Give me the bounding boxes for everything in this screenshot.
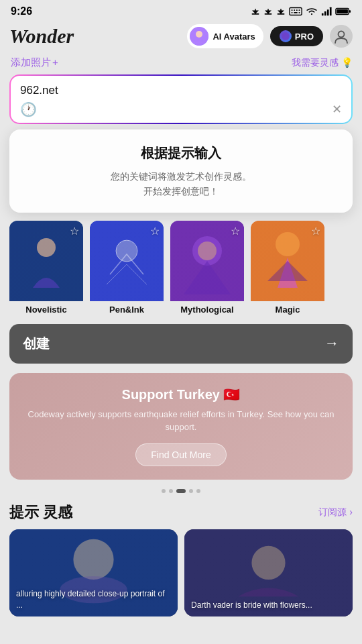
style-card-mythological[interactable]: ☆ Mythological [170,221,244,315]
favorite-icon-magic[interactable]: ☆ [311,225,320,237]
ai-avatars-button[interactable]: AI Avatars [187,24,263,48]
svg-point-29 [73,539,113,580]
favorite-icon-novelistic[interactable]: ☆ [70,225,79,237]
avatar-image [190,27,208,46]
svg-point-25 [198,241,217,260]
support-title: Support Turkey 🇹🇷 [23,386,339,402]
svg-rect-13 [349,10,351,13]
style-card-magic[interactable]: ☆ Magic [251,221,324,315]
svg-rect-3 [296,9,298,11]
inspiration-header: 提示 灵感 订阅源 › [0,496,362,529]
add-photo-button[interactable]: 添加照片+ [9,56,58,69]
create-button-row: 创建 → [0,319,362,369]
download-icon-2 [263,7,273,16]
pro-icon [280,30,292,42]
style-card-label-penink: Pen&Ink [90,301,164,315]
ai-avatars-label: AI Avatars [213,32,255,42]
style-card-novelistic[interactable]: ☆ Novelistic [9,221,83,315]
svg-rect-1 [292,9,293,11]
inspiration-card-2[interactable]: Darth vader is bride with flowers... [184,529,353,616]
support-banner: Support Turkey 🇹🇷 Codeway actively suppo… [9,373,353,480]
inspiration-title: 提示 灵感 [9,502,72,523]
svg-rect-0 [290,8,302,15]
svg-point-32 [251,546,285,580]
style-card-label-mythological: Mythological [170,301,244,315]
subscribe-link[interactable]: 订阅源 › [318,506,353,519]
inspiration-card-text-1: alluring highly detailed close-up portra… [16,588,171,611]
favorite-icon-penink[interactable]: ☆ [150,225,160,237]
pro-label: PRO [295,32,314,42]
dot-3-active[interactable] [176,489,186,493]
style-card-label-novelistic: Novelistic [9,301,83,315]
dot-2[interactable] [169,489,173,493]
subtitle-row: 添加照片+ 我需要灵感 💡 [0,55,362,74]
tooltip-description: 您的关键词将激发艺术创作灵感。开始发挥创意吧！ [23,169,339,199]
status-time: 9:26 [11,5,32,17]
pro-button[interactable]: PRO [270,26,323,46]
svg-rect-11 [330,7,332,15]
wifi-icon [306,7,318,16]
create-button[interactable]: 创建 → [9,324,353,364]
download-icon-3 [276,7,286,16]
arrow-icon: → [324,335,339,352]
inspiration-card-text-2: Darth vader is bride with flowers... [191,600,346,611]
dot-1[interactable] [162,489,166,493]
style-card-penink[interactable]: ☆ Pen&Ink [90,221,164,315]
find-out-more-button[interactable]: Find Out More [135,443,226,466]
download-icon-1 [251,7,260,16]
svg-point-18 [339,32,345,38]
svg-rect-4 [299,9,300,11]
svg-rect-2 [294,9,295,11]
history-icon[interactable]: 🕐 [20,101,37,117]
svg-point-20 [37,238,56,257]
search-input-container: 🕐 ✕ [9,74,353,124]
svg-point-16 [196,31,202,38]
signal-icon [321,7,332,16]
svg-rect-5 [292,12,293,13]
keyboard-icon [289,7,302,16]
search-input[interactable] [20,84,342,97]
svg-rect-8 [322,13,324,16]
search-border-wrap: 🕐 ✕ [9,74,353,124]
style-card-label-magic: Magic [251,301,324,315]
clear-button[interactable]: ✕ [332,102,342,117]
need-inspiration-button[interactable]: 我需要灵感 💡 [292,57,353,69]
status-icons [251,7,351,16]
tooltip-title: 根据提示输入 [23,144,339,162]
dot-4[interactable] [189,489,193,493]
status-bar: 9:26 [0,0,362,20]
svg-point-22 [116,240,137,262]
search-inner: 🕐 ✕ [11,76,351,123]
svg-point-27 [276,232,300,256]
svg-rect-7 [299,12,300,13]
app-logo: Wonder [9,25,180,48]
style-cards-row: ☆ Novelistic ☆ Pen&Ink [0,213,362,319]
favorite-icon-mythological[interactable]: ☆ [231,225,240,237]
search-bottom-row: 🕐 ✕ [20,101,342,117]
svg-rect-9 [324,11,326,15]
svg-rect-14 [337,9,348,13]
user-profile-icon[interactable] [330,25,353,48]
create-label: 创建 [23,335,50,353]
inspiration-card-1[interactable]: alluring highly detailed close-up portra… [9,529,178,616]
carousel-indicators [0,484,362,496]
svg-rect-6 [294,12,297,13]
header: Wonder AI Avatars [0,20,362,55]
battery-icon [335,7,351,16]
dot-5[interactable] [196,489,200,493]
svg-point-17 [282,32,290,40]
inspiration-cards: alluring highly detailed close-up portra… [0,529,362,627]
svg-rect-10 [327,9,329,15]
tooltip-popup: 根据提示输入 您的关键词将激发艺术创作灵感。开始发挥创意吧！ [9,129,353,213]
support-description: Codeway actively supports earthquake rel… [23,408,339,434]
